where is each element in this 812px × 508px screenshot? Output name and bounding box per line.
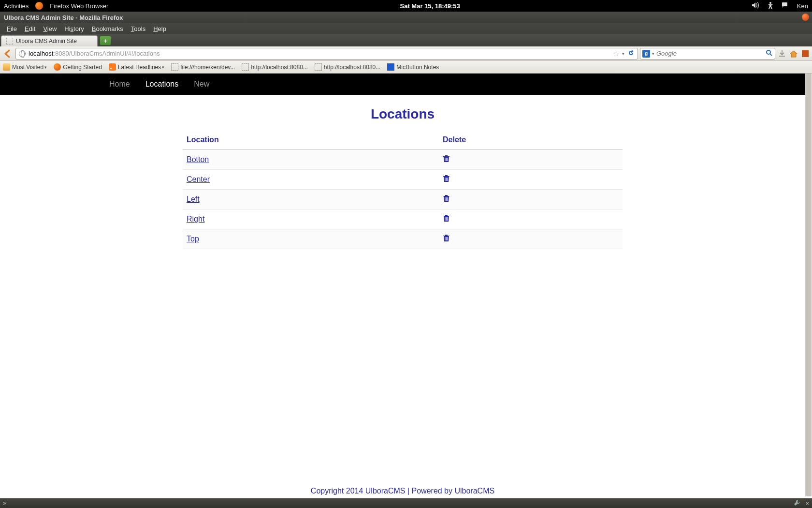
- location-link[interactable]: Botton: [187, 155, 209, 164]
- tab-strip: Ulbora CMS Admin Site +: [0, 34, 812, 46]
- url-history-dropdown[interactable]: ▾: [622, 51, 624, 56]
- menu-edit[interactable]: Edit: [21, 24, 39, 33]
- table-row: Botton: [183, 149, 623, 170]
- page-icon: [242, 63, 249, 71]
- bookmark-label: file:///home/ken/dev...: [180, 64, 235, 71]
- firefox-menubar: File Edit View History Bookmarks Tools H…: [0, 23, 812, 34]
- chevron-down-icon: ▾: [44, 65, 47, 70]
- locations-table: Location Delete BottonCenterLeftRightTop: [183, 131, 623, 249]
- wrench-icon[interactable]: [794, 499, 800, 508]
- close-icon[interactable]: [802, 14, 809, 21]
- nav-toolbar: localhost:8080/UlboraCmsAdminUI/#!/locat…: [0, 46, 812, 61]
- location-link[interactable]: Right: [187, 215, 204, 223]
- table-row: Left: [183, 190, 623, 209]
- bookmark-item[interactable]: Getting Started: [54, 63, 102, 71]
- trash-icon[interactable]: [443, 235, 450, 243]
- location-link[interactable]: Center: [187, 175, 210, 183]
- menu-file[interactable]: File: [3, 24, 21, 33]
- bookmarks-toolbar: Most Visited▾Getting StartedLatest Headl…: [0, 61, 812, 74]
- browser-tab[interactable]: Ulbora CMS Admin Site: [1, 35, 98, 46]
- scrollbar-track[interactable]: [805, 74, 812, 496]
- mic-icon: [387, 63, 394, 71]
- close-addon-bar[interactable]: ×: [805, 500, 809, 507]
- addon-icon[interactable]: [800, 49, 810, 59]
- accessibility-icon[interactable]: [767, 1, 774, 11]
- firefox-icon: [54, 63, 61, 71]
- menu-bookmarks[interactable]: Bookmarks: [88, 24, 127, 33]
- column-location: Location: [183, 131, 439, 149]
- menu-tools[interactable]: Tools: [127, 24, 149, 33]
- downloads-icon[interactable]: [777, 49, 787, 59]
- bookmark-item[interactable]: Most Visited▾: [3, 63, 47, 71]
- search-box[interactable]: g ▾: [640, 48, 775, 60]
- menu-help[interactable]: Help: [149, 24, 170, 33]
- nav-home[interactable]: Home: [102, 74, 138, 94]
- back-button[interactable]: [2, 48, 14, 60]
- menu-history[interactable]: History: [60, 24, 87, 33]
- firefox-icon: [35, 2, 43, 10]
- reload-icon[interactable]: [627, 49, 635, 58]
- bookmark-label: Latest Headlines: [118, 64, 161, 71]
- nav-locations[interactable]: Locations: [138, 74, 187, 94]
- bookmark-label: Getting Started: [63, 64, 102, 71]
- bookmark-item[interactable]: http://localhost:8080...: [242, 63, 307, 71]
- svg-rect-3: [802, 50, 809, 57]
- svg-point-2: [767, 50, 770, 54]
- new-tab-button[interactable]: +: [100, 36, 111, 45]
- column-delete: Delete: [439, 131, 623, 149]
- page-icon: [171, 63, 178, 71]
- bookmark-item[interactable]: file:///home/ken/dev...: [171, 63, 235, 71]
- table-row: Top: [183, 229, 623, 249]
- url-bar[interactable]: localhost:8080/UlboraCmsAdminUI/#!/locat…: [15, 48, 638, 60]
- trash-icon[interactable]: [443, 215, 450, 224]
- nav-new[interactable]: New: [186, 74, 217, 94]
- page-viewport: HomeLocationsNew Locations Location Dele…: [0, 74, 805, 496]
- bookmark-label: Most Visited: [12, 64, 44, 71]
- location-link[interactable]: Top: [187, 235, 199, 243]
- page-footer: Copyright 2014 UlboraCMS | Powered by Ul…: [0, 484, 805, 496]
- user-menu[interactable]: Ken: [797, 2, 808, 10]
- location-link[interactable]: Left: [187, 195, 200, 203]
- volume-icon[interactable]: [752, 2, 759, 10]
- trash-icon[interactable]: [443, 176, 450, 184]
- bookmark-item[interactable]: MicButton Notes: [387, 63, 439, 71]
- tab-title: Ulbora CMS Admin Site: [16, 38, 77, 45]
- bookmark-label: http://localhost:8080...: [251, 64, 307, 71]
- bookmark-label: MicButton Notes: [396, 64, 439, 71]
- clock[interactable]: Sat Mar 15, 18:49:53: [108, 2, 751, 10]
- search-engine-dropdown[interactable]: ▾: [652, 51, 654, 56]
- addon-bar: » ×: [0, 498, 812, 508]
- window-titlebar: Ulbora CMS Admin Site - Mozilla Firefox: [0, 12, 812, 23]
- home-icon[interactable]: [789, 49, 798, 59]
- bookmark-label: http://localhost:8080...: [324, 64, 380, 71]
- menu-view[interactable]: View: [39, 24, 60, 33]
- site-nav: HomeLocationsNew: [0, 74, 805, 95]
- table-row: Center: [183, 170, 623, 190]
- bookmark-star-icon[interactable]: ☆: [613, 49, 619, 58]
- search-icon[interactable]: [766, 49, 773, 58]
- page-title: Locations: [0, 106, 805, 122]
- table-row: Right: [183, 209, 623, 229]
- bookmark-item[interactable]: Latest Headlines▾: [109, 63, 164, 71]
- window-title: Ulbora CMS Admin Site - Mozilla Firefox: [4, 14, 123, 21]
- page-icon: [315, 63, 322, 71]
- svg-point-0: [769, 2, 771, 4]
- scrollbar-thumb[interactable]: [806, 74, 812, 496]
- trash-icon[interactable]: [443, 156, 450, 164]
- rss-icon: [109, 63, 116, 71]
- chevron-down-icon: ▾: [162, 65, 164, 70]
- search-input[interactable]: [656, 50, 764, 57]
- activities-button[interactable]: Activities: [4, 2, 29, 10]
- svg-rect-1: [782, 2, 787, 6]
- google-icon: g: [642, 50, 650, 58]
- chat-icon[interactable]: [782, 2, 789, 10]
- gnome-top-bar: Activities Firefox Web Browser Sat Mar 1…: [0, 0, 812, 12]
- active-app-label[interactable]: Firefox Web Browser: [50, 2, 108, 10]
- globe-icon: [19, 50, 26, 57]
- addon-bar-toggle[interactable]: »: [3, 500, 6, 507]
- folder-icon: [3, 63, 10, 71]
- url-text: localhost:8080/UlboraCmsAdminUI/#!/locat…: [29, 50, 160, 57]
- bookmark-item[interactable]: http://localhost:8080...: [315, 63, 380, 71]
- trash-icon[interactable]: [443, 195, 450, 204]
- page-icon: [6, 38, 13, 45]
